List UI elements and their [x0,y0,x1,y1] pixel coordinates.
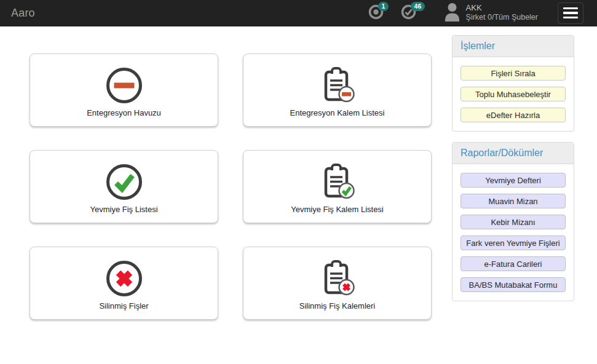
minus-circle-icon [105,66,143,105]
button-edefter-hazirla[interactable]: eDefter Hazırla [461,108,566,122]
button-babs-mutabakat-formu[interactable]: BA/BS Mutabakat Formu [461,277,566,292]
card-silinmis-fis-kalemleri[interactable]: Silinmiş Fiş Kalemleri [243,247,432,320]
hamburger-icon [563,7,578,10]
menu-toggle-button[interactable] [558,2,583,24]
approved-count-badge: 46 [411,2,425,11]
card-silinmis-fisler[interactable]: Silinmiş Fişler [30,247,218,320]
user-name: AKK [466,3,538,13]
clipboard-x-icon [318,259,357,298]
notification-record[interactable]: 1 [368,4,384,23]
card-label: Silinmiş Fişler [99,301,148,311]
panel-islemler-title: İşlemler [453,36,574,57]
notification-check[interactable]: 46 [400,4,417,23]
button-toplu-muhasebelestir[interactable]: Toplu Muhasebeleştir [461,87,566,101]
user-company-scope: Şirket 0/Tüm Şubeler [466,13,538,23]
card-entegresyon-kalem-listesi[interactable]: Entegresyon Kalem Listesi [243,53,432,127]
card-label: Silinmiş Fiş Kalemleri [299,301,376,311]
button-yevmiye-defteri[interactable]: Yevmiye Defteri [461,173,566,188]
button-muavin-mizan[interactable]: Muavin Mizan [461,194,566,208]
clipboard-check-icon [318,162,357,202]
button-e-fatura-carileri[interactable]: e-Fatura Carileri [461,256,566,271]
user-avatar-icon [444,2,461,24]
card-label: Entegresyon Havuzu [87,108,161,117]
button-fark-veren-yevmiye-fisleri[interactable]: Fark veren Yevmiye Fişleri [461,235,566,250]
brand-logo[interactable]: Aaro [11,7,35,20]
button-fisleri-sirala[interactable]: Fişleri Sırala [461,66,566,81]
card-yevmiye-fis-kalem-listesi[interactable]: Yevmiye Fiş Kalem Listesi [243,150,432,223]
panel-raporlar-dokumler: Raporlar/Dökümler Yevmiye Defteri Muavin… [452,142,574,301]
right-sidebar: İşlemler Fişleri Sırala Toplu Muhasebele… [452,35,574,312]
card-label: Yevmiye Fiş Listesi [90,205,157,214]
card-entegresyon-havuzu[interactable]: Entegresyon Havuzu [30,53,218,127]
main-cards-grid: Entegresyon Havuzu Entegresyon Kalem Lis… [30,53,432,320]
clipboard-minus-icon [318,66,357,105]
panel-islemler: İşlemler Fişleri Sırala Toplu Muhasebele… [452,35,574,132]
panel-raporlar-title: Raporlar/Dökümler [453,143,574,164]
x-circle-icon [105,259,143,298]
card-label: Yevmiye Fiş Kalem Listesi [291,205,384,214]
check-circle-icon [105,162,143,202]
user-menu[interactable]: AKK Şirket 0/Tüm Şubeler [444,2,538,24]
button-kebir-mizani[interactable]: Kebir Mizanı [461,215,566,229]
notification-count-badge: 1 [378,2,389,11]
top-header: Aaro 1 46 AKK Şirket 0/Tüm Ş [0,0,597,26]
card-label: Entegresyon Kalem Listesi [290,108,385,117]
card-yevmiye-fis-listesi[interactable]: Yevmiye Fiş Listesi [30,150,218,223]
